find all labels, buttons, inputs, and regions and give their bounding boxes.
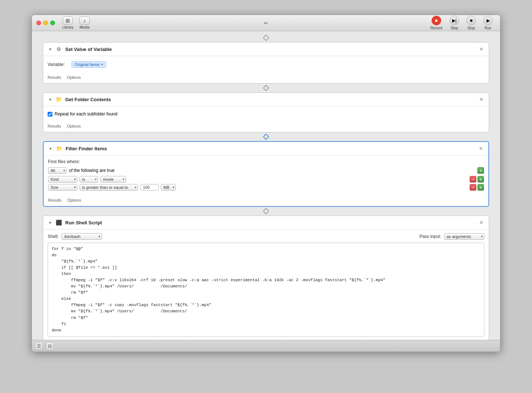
titlebar: ⊞ Library ♪ Media ✏ ● Record ▶| Step ■ S… [32, 15, 500, 31]
list-view-button[interactable]: ☰ [35, 342, 43, 350]
shell-script-icon: ⬛ [55, 219, 62, 226]
main-content: ▼ ⚙ Set Value of Variable ✕ Variable: Or… [32, 31, 500, 340]
get-folder-header: ▼ 📁 Get Folder Contents ✕ [43, 93, 489, 106]
variable-badge[interactable]: Original Items ▾ [71, 61, 106, 68]
filter-add-top-btn[interactable]: + [477, 167, 484, 174]
record-label: Record [431, 26, 442, 30]
shell-select-wrap: /bin/bash /bin/sh /usr/bin/python [62, 233, 102, 240]
variable-value: Original Items [75, 62, 100, 67]
library-icon: ⊞ [63, 16, 73, 25]
media-icon: ♪ [80, 16, 90, 25]
filter-finder-title: Filter Finder Items [66, 146, 478, 151]
filter-size-select[interactable]: Size [48, 184, 77, 191]
get-folder-block: ▼ 📁 Get Folder Contents ✕ Repeat for eac… [43, 92, 489, 132]
minimize-button[interactable] [43, 21, 48, 25]
code-editor[interactable]: for f in "$@" do "${f%.`*`}.mp4" if [[ $… [48, 243, 484, 337]
filter-condition-row-1: Kind is is not movie [48, 176, 484, 183]
media-button[interactable]: ♪ Media [80, 16, 90, 29]
shell-script-body: Shell: /bin/bash /bin/sh /usr/bin/python… [43, 229, 489, 340]
filter-finder-header: ▼ 📁 Filter Finder Items ✕ [44, 142, 488, 155]
filter-add-row2-btn[interactable]: + [477, 184, 484, 191]
record-icon: ● [432, 16, 441, 25]
get-folder-results-tab[interactable]: Results [48, 123, 61, 129]
set-variable-results-tab[interactable]: Results [48, 74, 61, 80]
traffic-lights [36, 21, 55, 25]
library-button[interactable]: ⊞ Library [62, 16, 74, 29]
variable-dropdown-arrow: ▾ [101, 63, 103, 66]
step-button[interactable]: ▶| Step [447, 15, 462, 32]
set-variable-icon: ⚙ [55, 45, 62, 53]
filter-finder-body: Find files where: All Any None of the fo… [44, 155, 488, 196]
repeat-subfolder-checkbox[interactable] [48, 112, 52, 117]
filter-finder-options-tab[interactable]: Options [67, 197, 81, 203]
set-variable-expand[interactable]: ▼ [48, 47, 53, 52]
filter-all-row: All Any None of the following are true + [48, 167, 484, 174]
repeat-subfolder-row: Repeat for each subfolder found [48, 110, 484, 118]
filter-finder-results-tab[interactable]: Results [48, 197, 62, 203]
connector-2 [43, 134, 489, 140]
maximize-button[interactable] [50, 21, 55, 25]
set-variable-close[interactable]: ✕ [479, 46, 484, 52]
pass-input-label: Pass input: [420, 234, 441, 239]
variable-row: Variable: Original Items ▾ [48, 60, 484, 69]
repeat-subfolder-label: Repeat for each subfolder found [55, 111, 117, 117]
filter-movie-select[interactable]: movie [100, 176, 126, 183]
get-folder-body: Repeat for each subfolder found [43, 106, 489, 122]
filter-all-select-wrap: All Any None [48, 167, 67, 174]
document-icon: ✏ [264, 20, 268, 26]
set-variable-block: ▼ ⚙ Set Value of Variable ✕ Variable: Or… [43, 42, 489, 84]
filter-find-label: Find files where: [48, 159, 484, 164]
close-button[interactable] [36, 21, 41, 25]
filter-all-suffix: of the following are true [69, 168, 115, 173]
titlebar-center: ✏ [264, 20, 268, 26]
pass-input-select[interactable]: as arguments to stdin [444, 233, 484, 240]
filter-is-select[interactable]: is is not [80, 176, 98, 183]
filter-finder-icon: 📁 [55, 145, 63, 152]
record-button[interactable]: ● Record [428, 15, 445, 32]
filter-finder-close[interactable]: ✕ [478, 146, 484, 151]
step-icon: ▶| [450, 16, 459, 25]
shell-select[interactable]: /bin/bash /bin/sh /usr/bin/python [62, 233, 102, 240]
filter-remove-row2-btn[interactable]: − [470, 184, 476, 191]
bottom-toolbar: ☰ ⊟ [32, 340, 500, 352]
shell-script-header: ▼ ⬛ Run Shell Script ✕ [43, 216, 489, 229]
stop-icon: ■ [466, 16, 476, 25]
shell-script-close[interactable]: ✕ [479, 220, 484, 225]
shell-config-row: Shell: /bin/bash /bin/sh /usr/bin/python… [48, 233, 484, 240]
shell-script-expand[interactable]: ▼ [48, 220, 53, 225]
grid-view-button[interactable]: ⊟ [46, 342, 54, 350]
get-folder-expand[interactable]: ▼ [48, 97, 53, 102]
filter-movie-wrap: movie [100, 176, 126, 183]
filter-kind-select[interactable]: Kind [48, 176, 77, 183]
set-variable-body: Variable: Original Items ▾ [43, 56, 489, 73]
shell-script-title: Run Shell Script [65, 220, 479, 225]
pass-input-select-wrap: as arguments to stdin [444, 233, 484, 240]
stop-button[interactable]: ■ Stop [463, 15, 479, 32]
shell-script-block: ▼ ⬛ Run Shell Script ✕ Shell: /bin/bash … [43, 216, 489, 340]
filter-finder-expand[interactable]: ▼ [48, 146, 53, 151]
connector-3 [43, 208, 489, 214]
filter-kind-wrap: Kind [48, 176, 77, 183]
media-label: Media [80, 25, 89, 29]
set-variable-options-tab[interactable]: Options [67, 74, 81, 80]
filter-condition-row-2: Size is greater than or equal to is less… [48, 184, 484, 191]
filter-gte-wrap: is greater than or equal to is less than… [80, 184, 138, 191]
connector-1 [43, 85, 489, 91]
get-folder-close[interactable]: ✕ [479, 96, 484, 102]
filter-finder-footer: Results Options [44, 196, 488, 206]
run-button[interactable]: ▶ Run [480, 15, 496, 32]
filter-size-value[interactable] [140, 184, 159, 191]
workflow-area: ▼ ⚙ Set Value of Variable ✕ Variable: Or… [32, 31, 500, 340]
filter-gte-select[interactable]: is greater than or equal to is less than… [80, 184, 138, 191]
stop-label: Stop [468, 26, 475, 30]
filter-add-row1-btn[interactable]: + [477, 176, 484, 183]
get-folder-options-tab[interactable]: Options [67, 123, 81, 129]
main-window: ⊞ Library ♪ Media ✏ ● Record ▶| Step ■ S… [32, 15, 500, 352]
filter-all-select[interactable]: All Any None [48, 167, 67, 174]
step-label: Step [451, 26, 458, 30]
filter-mb-select[interactable]: MB KB GB [161, 184, 176, 191]
filter-mb-wrap: MB KB GB [161, 184, 176, 191]
get-folder-footer: Results Options [43, 122, 489, 132]
run-label: Run [485, 26, 491, 30]
filter-remove-row1-btn[interactable]: − [470, 176, 476, 183]
